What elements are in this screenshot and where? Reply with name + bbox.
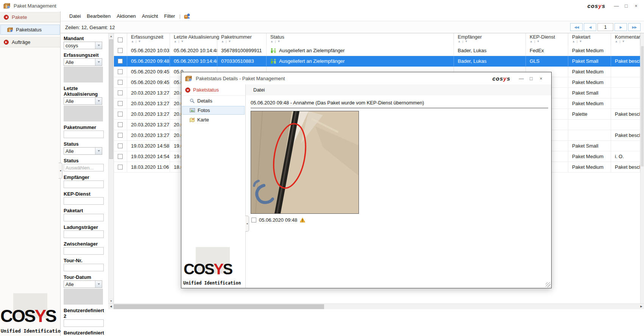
menu-datei[interactable]: Datei xyxy=(66,12,84,20)
sort-arrows-icon[interactable]: ▲ | ▼ xyxy=(615,40,625,43)
menu-bearbeiten[interactable]: Bearbeiten xyxy=(84,12,114,20)
filter-kep-dienst-input[interactable] xyxy=(64,197,104,205)
scroll-left-icon[interactable]: ◀ xyxy=(108,304,114,309)
damage-photo[interactable] xyxy=(251,111,359,214)
filter-zwischenlager-input[interactable] xyxy=(64,247,104,255)
row-select-cell[interactable] xyxy=(114,120,127,130)
row-select-cell[interactable] xyxy=(114,88,127,98)
dialog-minimize-button[interactable]: — xyxy=(516,76,526,81)
vertical-scrollbar-thumb[interactable] xyxy=(641,46,644,166)
sidebar-item-pakete[interactable]: Pakete xyxy=(0,12,60,22)
chevron-down-icon[interactable] xyxy=(95,281,102,288)
column-header-status[interactable]: Status▲ | ▼ xyxy=(267,33,454,45)
dialog-menu-datei[interactable]: Datei xyxy=(253,86,268,94)
row-select-cell[interactable] xyxy=(114,141,127,151)
column-header-erfassungszeit[interactable]: Erfassungszeit▲ | ▼ xyxy=(127,33,170,45)
column-header-paketart[interactable]: Paketart▲ | ▼ xyxy=(568,33,611,45)
dialog-tab-fotos[interactable]: Fotos xyxy=(182,106,245,115)
select-all-checkbox[interactable] xyxy=(118,37,123,42)
sidebar-splitter-handle[interactable]: ◂ xyxy=(59,163,62,179)
row-checkbox[interactable] xyxy=(118,69,123,74)
sort-arrows-icon[interactable]: ▲ | ▼ xyxy=(174,40,184,43)
row-select-cell[interactable] xyxy=(114,151,127,162)
row-select-cell[interactable] xyxy=(114,77,127,87)
table-row[interactable]: 05.06.2020 10:0305.06.2020 10:14:4835678… xyxy=(114,45,640,56)
column-header-empf-nger[interactable]: Empfänger▲ | ▼ xyxy=(454,33,526,45)
sort-arrows-icon[interactable]: ▲ | ▼ xyxy=(530,40,540,43)
sort-arrows-icon[interactable]: ▲ | ▼ xyxy=(458,40,468,43)
select-all-header[interactable] xyxy=(114,33,127,45)
row-checkbox[interactable] xyxy=(118,90,123,95)
scroll-down-icon[interactable]: ▼ xyxy=(109,298,114,303)
sidebar-item-auftr-ge[interactable]: Aufträge xyxy=(0,37,60,47)
row-checkbox[interactable] xyxy=(118,122,123,127)
filter-paketnummer-input[interactable] xyxy=(64,131,104,138)
users-icon[interactable] xyxy=(184,13,190,19)
row-select-cell[interactable] xyxy=(114,130,127,140)
column-header-paketnummer[interactable]: Paketnummer▲ | ▼ xyxy=(217,33,267,45)
maximize-button[interactable]: □ xyxy=(621,3,631,9)
dialog-tab-details[interactable]: Details xyxy=(182,96,245,105)
row-select-cell[interactable] xyxy=(114,67,127,77)
filter-letzte-aktualisierung-select[interactable]: Alle xyxy=(64,97,102,105)
row-select-cell[interactable] xyxy=(114,56,127,66)
filter-mandant-select[interactable]: cosys xyxy=(64,42,102,49)
dialog-close-button[interactable]: × xyxy=(536,76,546,81)
row-checkbox[interactable] xyxy=(118,165,123,170)
sort-arrows-icon[interactable]: ▲ | ▼ xyxy=(131,40,141,43)
row-select-cell[interactable] xyxy=(114,45,127,56)
dialog-splitter-handle[interactable]: ◂ xyxy=(245,216,249,232)
column-header-letzte-aktualisierung[interactable]: Letzte Aktualisierung▲ | ▼ xyxy=(170,33,217,45)
sort-arrows-icon[interactable]: ▲ | ▼ xyxy=(221,40,231,43)
filter-tour-datum-select[interactable]: Alle xyxy=(64,280,102,288)
row-checkbox[interactable] xyxy=(118,80,123,85)
column-header-kep-dienst[interactable]: KEP-Dienst▲ | ▼ xyxy=(526,33,568,45)
sidebar-item-paketstatus[interactable]: Paketstatus xyxy=(0,25,60,35)
resize-grip[interactable] xyxy=(546,282,550,287)
chevron-down-icon[interactable] xyxy=(95,148,102,154)
filter-scrollbar-thumb[interactable] xyxy=(109,39,113,159)
table-vertical-scrollbar[interactable] xyxy=(640,33,644,303)
first-page-button[interactable]: ◀◀ xyxy=(570,23,583,31)
dialog-tab-karte[interactable]: Karte xyxy=(182,115,245,124)
next-page-button[interactable]: ▶ xyxy=(614,23,627,31)
filter-empf-nger-input[interactable] xyxy=(64,180,104,188)
photo-checkbox[interactable] xyxy=(251,218,256,222)
row-checkbox[interactable] xyxy=(118,154,123,159)
row-checkbox[interactable] xyxy=(118,101,123,106)
close-button[interactable]: × xyxy=(631,3,641,9)
filter-tour-nr-input[interactable] xyxy=(64,264,104,271)
menu-aktionen[interactable]: Aktionen xyxy=(114,12,139,20)
filter-ladungstr-ger-input[interactable] xyxy=(64,230,104,238)
scroll-up-icon[interactable]: ▲ xyxy=(109,33,114,39)
filter-erfassungszeit-select[interactable]: Alle xyxy=(64,58,102,66)
column-header-kommentar-2[interactable]: Kommentar 2▲ | ▼ xyxy=(611,33,640,45)
filter-benutzerdefiniert-2-input[interactable] xyxy=(64,319,104,327)
row-checkbox[interactable] xyxy=(118,59,123,64)
horizontal-scrollbar-thumb[interactable] xyxy=(114,304,324,309)
page-number-input[interactable]: 1 xyxy=(597,23,613,31)
row-select-cell[interactable] xyxy=(114,109,127,119)
row-checkbox[interactable] xyxy=(118,143,123,148)
sort-arrows-icon[interactable]: ▲ | ▼ xyxy=(572,40,582,43)
row-select-cell[interactable] xyxy=(114,98,127,109)
prev-page-button[interactable]: ◀ xyxy=(584,23,596,31)
filter-scrollbar[interactable]: ▲ ▼ xyxy=(108,33,114,303)
filter-paketart-input[interactable] xyxy=(64,214,104,221)
filter-status-select[interactable]: Alle xyxy=(64,147,102,155)
row-checkbox[interactable] xyxy=(118,48,123,53)
row-checkbox[interactable] xyxy=(118,112,123,117)
menu-ansicht[interactable]: Ansicht xyxy=(139,12,161,20)
chevron-down-icon[interactable] xyxy=(95,42,102,49)
chevron-down-icon[interactable] xyxy=(95,59,102,65)
sort-arrows-icon[interactable]: ▲ | ▼ xyxy=(270,40,281,43)
chevron-down-icon[interactable] xyxy=(95,98,102,104)
table-horizontal-scrollbar[interactable]: ◀ ▶ xyxy=(108,303,644,309)
menu-filter[interactable]: Filter xyxy=(161,12,178,20)
last-page-button[interactable]: ▶▶ xyxy=(628,23,641,31)
table-row[interactable]: 05.06.2020 09:4805.06.2020 10:14:4807033… xyxy=(114,56,640,67)
scroll-right-icon[interactable]: ▶ xyxy=(639,304,644,309)
row-checkbox[interactable] xyxy=(118,133,123,138)
dialog-maximize-button[interactable]: □ xyxy=(526,76,536,81)
row-select-cell[interactable] xyxy=(114,162,127,172)
